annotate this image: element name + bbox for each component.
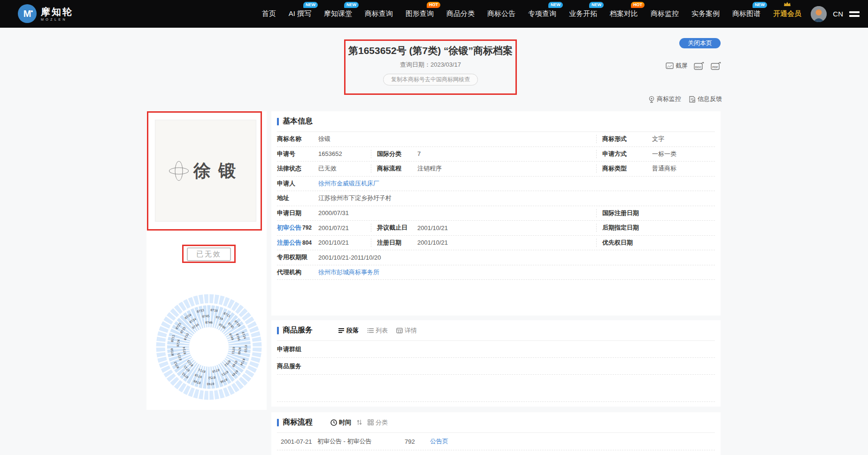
export-pdf-button[interactable]: PDF <box>711 62 722 70</box>
svg-text:DOC: DOC <box>695 65 702 69</box>
section-header: 商品服务 段落 列表 详情 <box>277 320 715 341</box>
info-row: 申请人徐州市金威锻压机床厂 <box>277 177 715 192</box>
logo[interactable]: M 摩知轮 MOZLEN <box>18 4 73 23</box>
sort-direction-icon[interactable] <box>357 419 362 425</box>
field-value: 一标一类 <box>652 150 676 158</box>
svg-text:0733: 0733 <box>244 345 248 353</box>
new-badge: NEW <box>548 2 563 8</box>
field-value: 注销程序 <box>417 164 442 173</box>
trademark-monitor-link[interactable]: 商标监控 <box>648 95 681 103</box>
section-header: 商标流程 时间 分类 <box>277 412 715 433</box>
tab-list-view[interactable]: 列表 <box>367 326 388 335</box>
section-title: 商标流程 <box>283 417 313 427</box>
nav-item-image-search[interactable]: 图形查询HOT <box>406 9 434 18</box>
flow-date: 2001-07-21 <box>281 438 317 445</box>
nav-item-home[interactable]: 首页 <box>262 9 276 18</box>
new-badge: NEW <box>589 2 604 8</box>
basic-info-section: 基本信息 商标名称徐锻 商标形式文字 申请号1653652 国际分类7 申请方式… <box>271 111 721 316</box>
nav-item-goods-classification[interactable]: 商品分类 <box>446 9 475 18</box>
toggle-category-view[interactable]: 分类 <box>368 418 388 427</box>
nav-item-file-compare[interactable]: 档案对比HOT <box>610 9 638 18</box>
trademark-logo-symbol <box>168 160 190 182</box>
empty-row <box>277 375 715 402</box>
info-row: 申请号1653652 国际分类7 申请方式一标一类 <box>277 147 715 162</box>
field-label: 地址 <box>277 194 318 202</box>
nav-item-vip-membership[interactable]: 开通会员 <box>773 9 801 18</box>
feedback-link[interactable]: 信息反馈 <box>689 95 722 103</box>
info-row: 申请群组 <box>277 341 715 358</box>
field-label: 申请日期 <box>277 209 318 217</box>
query-date: 查询日期：2023/03/17 <box>344 61 517 69</box>
new-badge: NEW <box>753 2 767 8</box>
info-row: 法律状态已无效 商标流程注销程序 商标类型普通商标 <box>277 162 715 177</box>
brand-name: 摩知轮 <box>41 7 73 17</box>
nav-item-business-development[interactable]: 业务开拓NEW <box>569 9 597 18</box>
nav-item-special-search[interactable]: 专项查询NEW <box>528 9 556 18</box>
info-row: 地址江苏徐州市下淀乡孙圩子村 <box>277 191 715 206</box>
tab-paragraph-view[interactable]: 段落 <box>338 326 359 335</box>
field-label: 后期指定日期 <box>602 224 652 232</box>
screenshot-button[interactable]: 截屏 <box>666 62 688 70</box>
quick-links: 商标监控 信息反馈 <box>648 95 722 103</box>
crown-icon <box>784 1 791 7</box>
user-avatar[interactable] <box>811 6 827 22</box>
hot-badge: HOT <box>427 2 440 8</box>
trademark-image: 徐锻 <box>155 120 256 222</box>
brand-subtitle: MOZLEN <box>41 18 73 21</box>
nav-item-trademark-gazette[interactable]: 商标公告 <box>487 9 515 18</box>
info-row: 注册公告8042001/10/21 注册日期2001/10/21 优先权日期 <box>277 236 715 251</box>
language-toggle[interactable]: CN <box>833 10 843 18</box>
status-stamp: 已无效 <box>187 247 231 261</box>
export-doc-button[interactable]: DOC <box>694 62 705 70</box>
field-label: 法律状态 <box>277 164 318 173</box>
field-value: 1653652 <box>318 150 342 157</box>
goods-services-section: 商品服务 段落 列表 详情 申请群组 商品服务 <box>271 320 721 407</box>
list-icon <box>367 328 374 333</box>
field-label: 申请方式 <box>602 150 652 158</box>
doc-icon: DOC <box>694 62 705 70</box>
nav-item-trademark-search[interactable]: 商标查询 <box>365 9 393 18</box>
nav-item-ai-writing[interactable]: AI 撰写NEW <box>289 9 311 18</box>
field-label: 商标类型 <box>602 164 652 173</box>
nav-item-practice-cases[interactable]: 实务案例 <box>691 9 720 18</box>
mozlen-logo-icon: M <box>18 4 37 23</box>
info-row: 申请日期2000/07/31 国际注册日期 <box>277 206 715 221</box>
section-accent-bar <box>277 327 279 334</box>
menu-icon[interactable] <box>849 11 860 17</box>
document-header: 第1653652号 (第7类) “徐锻”商标档案 查询日期：2023/03/17… <box>344 39 517 85</box>
svg-text:0745: 0745 <box>202 314 209 319</box>
flow-event: 初审公告 - 初审公告 <box>317 437 405 446</box>
nav-item-mozlen-class[interactable]: 摩知课堂NEW <box>324 9 352 18</box>
page-title: 第1653652号 (第7类) “徐锻”商标档案 <box>344 44 517 57</box>
field-label: 注册日期 <box>377 239 417 247</box>
gazette-number: 792 <box>302 224 312 231</box>
agency-link[interactable]: 徐州市彭城商标事务所 <box>318 268 379 277</box>
first-gazette-link[interactable]: 初审公告 <box>277 224 301 232</box>
registration-gazette-link[interactable]: 注册公告 <box>277 239 301 247</box>
pdf-icon: PDF <box>711 62 722 70</box>
field-label: 商标形式 <box>602 135 652 143</box>
section-title: 商品服务 <box>283 325 313 335</box>
nav-item-trademark-monitor[interactable]: 商标监控 <box>651 9 679 18</box>
info-row: 商品服务 <box>277 358 715 375</box>
copy-to-cnipa-button[interactable]: 复制本商标号去中国商标网核查 <box>383 74 478 85</box>
paragraph-icon <box>338 328 345 333</box>
trademark-text: 徐锻 <box>193 159 243 183</box>
nav-item-trademark-atlas[interactable]: 商标图谱NEW <box>732 9 760 18</box>
field-value: 2001/10/21-2011/10/20 <box>318 254 381 261</box>
field-label: 代理机构 <box>277 268 318 277</box>
trademark-sidebar: 徐锻 已无效 071007110723072407330734074507460… <box>146 111 267 410</box>
new-badge: NEW <box>344 2 359 8</box>
applicant-link[interactable]: 徐州市金威锻压机床厂 <box>318 179 379 188</box>
clock-icon <box>330 419 337 426</box>
field-value: 文字 <box>652 135 664 143</box>
gazette-page-link[interactable]: 公告页 <box>430 437 448 446</box>
svg-text:PDF: PDF <box>712 65 718 69</box>
screenshot-icon <box>666 62 674 69</box>
close-page-button[interactable]: 关闭本页 <box>679 38 721 48</box>
field-label: 商标流程 <box>377 164 417 173</box>
tab-detail-view[interactable]: 详情 <box>396 326 417 335</box>
toggle-time-order[interactable]: 时间 <box>330 418 351 427</box>
info-row: 专用权期限2001/10/21-2011/10/20 <box>277 250 715 265</box>
flow-gazette-number: 792 <box>405 438 430 445</box>
